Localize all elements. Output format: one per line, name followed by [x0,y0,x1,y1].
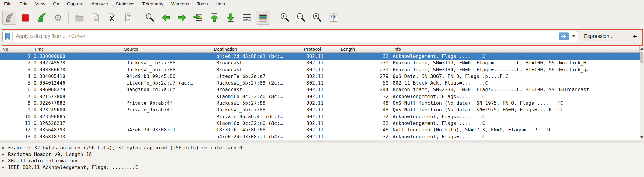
packet-list-scrollbar[interactable] [640,46,644,140]
scroll-lines-icon [242,13,252,23]
menu-statistics[interactable]: Statistics [112,0,138,8]
menu-wireless[interactable]: Wireless [167,0,193,8]
save-capture-file-button[interactable]: 0101 0110 0011 [89,11,103,25]
column-header-time[interactable]: Time [31,46,121,52]
close-capture-file-button[interactable] [105,11,119,25]
menu-file[interactable]: File [0,0,16,8]
packet-row[interactable]: 20.002245578RuckusWi_1b:27:88Broadcast80… [0,60,640,66]
add-filter-button[interactable]: + [629,31,640,42]
chevron-down-icon [572,35,575,37]
svg-text:0011: 0011 [94,19,98,21]
toolbar-separator [274,12,274,24]
packet-row[interactable]: 10.000000000b4:e6:2d:d3:08:a1 (b4:…802.1… [0,53,640,60]
menu-analyze[interactable]: Analyze [88,0,112,8]
expander-icon[interactable]: ▶ [0,151,8,158]
display-filter-widget [2,31,578,42]
zoom-original-icon [312,13,322,23]
column-header-info[interactable]: Info [391,46,640,52]
column-header-no[interactable]: No. [0,46,31,52]
zoom-out-button[interactable] [294,11,308,25]
go-to-last-packet-button[interactable] [224,11,238,25]
filter-toolbar: Expression... + [0,27,644,46]
auto-scroll-button[interactable] [240,11,254,25]
apply-arrow-icon [559,32,569,40]
reload-capture-file-button[interactable] [121,11,135,25]
colorize-button[interactable] [256,11,270,25]
menu-go[interactable]: Go [49,0,63,8]
detail-line[interactable]: ▶Frame 1: 32 bytes on wire (256 bits), 3… [0,145,644,151]
filter-bookmark-button[interactable] [3,31,12,42]
zoom-original-button[interactable] [310,11,324,25]
column-header-source[interactable]: Source [121,46,211,52]
zoom-out-icon [296,13,306,23]
column-header-length[interactable]: Length [338,46,391,52]
column-header-destination[interactable]: Destination [211,46,301,52]
packet-row[interactable]: 50.004012446LiteonTe_bb:2a:a7 (ac:…Rucku… [0,80,640,86]
folder-icon [74,13,85,23]
filter-history-dropdown[interactable] [570,31,578,42]
toolbar-separator [68,12,69,24]
display-filter-input[interactable] [13,33,559,39]
triangle-down-icon [640,136,643,138]
expander-icon[interactable]: ▶ [0,164,8,171]
restart-capture-button[interactable] [35,11,49,25]
go-to-packet-button[interactable] [191,11,205,25]
packet-row[interactable]: 70.021573808XiaomiCo_0c:32:c0 (8c:…802.1… [0,93,640,100]
packet-details: ▶Frame 1: 32 bytes on wire (256 bits), 3… [0,143,644,177]
menu-telephony[interactable]: Telephony [138,0,167,8]
arrow-up-bar-icon [209,13,220,23]
menu-bar: FileEditViewGoCaptureAnalyzeStatisticsTe… [0,0,644,8]
scrollbar-down-button[interactable] [640,135,644,140]
packet-row[interactable]: 60.006068279Hangzhou_cd:7a:6eBroadcast80… [0,86,640,93]
menu-help[interactable]: Help [211,0,229,8]
detail-line[interactable]: ▶IEEE 802.11 Acknowledgement, Flags: ...… [0,164,644,171]
menu-capture[interactable]: Capture [63,0,88,8]
scrollbar-up-button[interactable] [640,46,644,51]
start-capture-button[interactable] [2,11,16,25]
expander-icon[interactable]: ▶ [0,145,8,151]
packet-row[interactable]: 120.035648293b4:e6:2d:d3:08:a118:31:bf:4… [0,127,640,133]
column-header-row: No.TimeSourceDestinationProtocolLengthIn… [0,46,640,53]
binary-file-icon: 0101 0110 0011 [91,13,101,23]
packet-row[interactable]: 100.023590885Private_9b:ab:4f (dc:f…802.… [0,113,640,120]
bookmark-icon [4,32,10,40]
resize-columns-button[interactable] [326,11,340,25]
packet-row[interactable]: 110.026328237XiaomiCo_0c:32:c0 (8c:…802.… [0,120,640,127]
packet-row[interactable]: 90.023249680Private_9b:ab:4fRuckusWi_5b:… [0,106,640,113]
packet-rows: 10.000000000b4:e6:2d:d3:08:a1 (b4:…802.1… [0,53,640,140]
stop-icon [20,13,31,23]
arrow-down-bar-icon [226,13,236,23]
arrow-left-icon [161,13,171,23]
scrollbar-thumb[interactable] [640,52,643,63]
detail-line[interactable]: ▶Radiotap Header v0, Length 18 [0,151,644,158]
detail-line[interactable]: ▶802.11 radio information [0,158,644,164]
go-to-first-packet-button[interactable] [208,11,221,25]
packet-row[interactable]: 30.003366678RuckusWi_5b:27:88Broadcast80… [0,67,640,73]
close-file-icon [107,13,117,23]
arrow-to-list-icon [193,13,203,23]
column-header-protocol[interactable]: Protocol [301,46,338,52]
splitter-handle[interactable]: ······ [316,140,328,142]
go-forward-button[interactable] [175,11,189,25]
reload-file-icon [123,13,133,23]
menu-edit[interactable]: Edit [16,0,31,8]
expression-button[interactable]: Expression... [582,31,615,42]
expander-icon[interactable]: ▶ [0,158,8,164]
go-back-button[interactable] [159,11,173,25]
colored-lines-icon [258,13,268,23]
menu-view[interactable]: View [31,0,49,8]
pane-splitter[interactable]: ······ [0,140,644,143]
packet-row[interactable]: 40.00400541094:d9:b3:99:c5:80LiteonTe_bb… [0,73,640,80]
capture-options-button[interactable]: ⚙ [51,11,65,25]
filterbar-separator [627,33,627,40]
toolbar-separator [139,12,139,24]
menu-tools[interactable]: Tools [193,0,211,8]
packet-row[interactable]: 80.022677882Private_9b:ab:4fRuckusWi_5b:… [0,100,640,106]
apply-filter-button[interactable] [559,32,570,40]
open-capture-file-button[interactable] [73,11,86,25]
main-toolbar: ⚙ 0101 0110 0011 [0,8,644,27]
stop-capture-button[interactable] [19,11,32,25]
find-packet-button[interactable] [143,11,157,25]
gear-icon: ⚙ [54,13,62,22]
zoom-in-button[interactable] [278,11,292,25]
